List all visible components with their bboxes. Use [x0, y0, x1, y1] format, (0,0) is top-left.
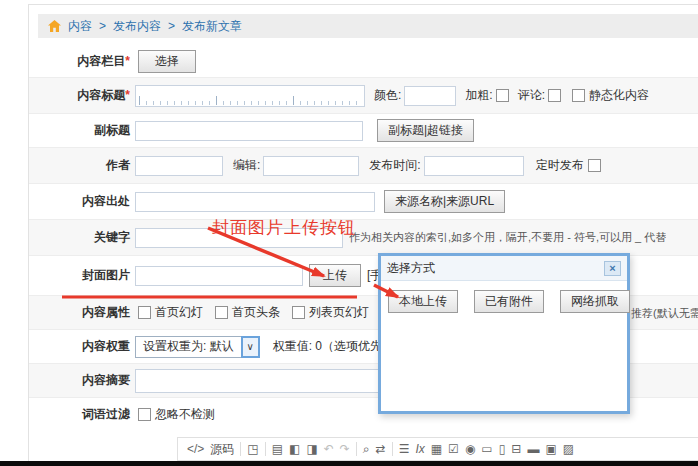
- existing-attachment-button[interactable]: 已有附件: [474, 290, 544, 313]
- attr-home-headline-label: 首页头条: [232, 304, 280, 321]
- editor-input[interactable]: [263, 156, 359, 176]
- breadcrumb-separator: >: [168, 19, 175, 33]
- publish-time-label: 发布时间:: [369, 157, 420, 174]
- form-icon[interactable]: ▦: [431, 443, 442, 455]
- toolbar-separator: [356, 442, 357, 456]
- title-input[interactable]: [135, 85, 365, 107]
- source-name-url-button[interactable]: 来源名称|来源URL: [384, 190, 505, 213]
- breadcrumb-separator: >: [99, 19, 106, 33]
- home-icon[interactable]: [48, 20, 61, 32]
- dialog-body: 本地上传 已有附件 网络抓取: [381, 281, 627, 322]
- content-summary-label: 内容摘要: [29, 372, 130, 389]
- row-author: 作者 编辑: 发布时间: 定时发布: [29, 148, 698, 184]
- editor-toolbar: </> 源码 ◳ ▤ ◧ ◨ ↶ ↷ ⌕ ⇄ ☰ Ix ▦ ☑ ◉ ▭ ▯ ⊟ …: [177, 437, 698, 461]
- word-filter-label: 词语过滤: [29, 406, 130, 423]
- title-bold-label: 加粗:: [465, 87, 492, 104]
- toolbar-separator: [392, 442, 393, 456]
- new-page-icon[interactable]: ▤: [272, 443, 283, 455]
- author-label: 作者: [29, 157, 130, 174]
- scheduled-publish-label: 定时发布: [536, 157, 584, 174]
- redo-icon[interactable]: ↷: [340, 443, 350, 455]
- paste-text-icon[interactable]: ◧: [289, 443, 300, 455]
- image-button-icon[interactable]: ▣: [545, 443, 556, 455]
- textarea-icon[interactable]: ▯: [499, 443, 506, 455]
- attr-home-slide-label: 首页幻灯: [155, 304, 203, 321]
- breadcrumb: 内容 > 发布内容 > 发布新文章: [38, 14, 698, 38]
- weight-select-value: 设置权重为: 默认: [135, 336, 242, 358]
- ignore-check-label: 忽略不检测: [155, 406, 215, 423]
- toolbar-separator: [265, 442, 266, 456]
- replace-icon[interactable]: ⇄: [376, 443, 386, 455]
- cover-image-input[interactable]: [135, 266, 303, 286]
- breadcrumb-item-publish[interactable]: 发布内容: [113, 18, 161, 35]
- remove-format-icon[interactable]: Ix: [415, 443, 424, 455]
- cover-image-label: 封面图片: [29, 267, 130, 284]
- preview-icon[interactable]: ◳: [247, 443, 258, 455]
- button-icon[interactable]: ▬: [527, 443, 539, 455]
- attr-list-slide-checkbox[interactable]: [292, 306, 305, 319]
- keywords-hint: 作为相关内容的索引,如多个用，隔开,不要用 - 符号,可以用 _ 代替: [349, 230, 666, 245]
- checkbox-icon[interactable]: ☑: [448, 443, 459, 455]
- content-summary-input[interactable]: [135, 369, 379, 393]
- row-keywords: 关键字 作为相关内容的索引,如多个用，隔开,不要用 - 符号,可以用 _ 代替: [29, 220, 698, 256]
- content-column-label: 内容栏目: [77, 54, 125, 68]
- find-icon[interactable]: ⌕: [363, 443, 370, 455]
- static-content-checkbox[interactable]: [572, 89, 585, 102]
- column-select-button[interactable]: 选择: [138, 50, 196, 73]
- source-button-label[interactable]: 源码: [210, 441, 234, 458]
- source-icon[interactable]: </>: [187, 443, 204, 455]
- select-field-icon[interactable]: ⊟: [511, 443, 521, 455]
- undo-icon[interactable]: ↶: [324, 443, 334, 455]
- publish-time-input[interactable]: [424, 156, 524, 176]
- bottom-black-bar: [0, 461, 698, 466]
- attr-home-headline-checkbox[interactable]: [215, 306, 228, 319]
- title-comment-checkbox[interactable]: [548, 89, 561, 102]
- radio-icon[interactable]: ◉: [465, 443, 475, 455]
- local-upload-button[interactable]: 本地上传: [388, 290, 458, 313]
- scheduled-publish-checkbox[interactable]: [588, 159, 601, 172]
- attr-list-slide-label: 列表页幻灯: [309, 304, 369, 321]
- breadcrumb-item-content[interactable]: 内容: [68, 18, 92, 35]
- title-bold-checkbox[interactable]: [496, 89, 509, 102]
- dialog-header: 选择方式 ×: [381, 256, 627, 281]
- hidden-field-icon[interactable]: ▨: [563, 443, 574, 455]
- content-source-input[interactable]: [135, 192, 375, 212]
- attr-home-slide-checkbox[interactable]: [138, 306, 151, 319]
- content-attributes-label: 内容属性: [29, 304, 130, 321]
- static-content-label: 静态化内容: [589, 87, 649, 104]
- title-length-ruler: [139, 96, 361, 105]
- ignore-check-checkbox[interactable]: [138, 408, 151, 421]
- content-title-label: 内容标题: [77, 88, 125, 102]
- selection-method-dialog: 选择方式 × 本地上传 已有附件 网络抓取: [378, 253, 630, 414]
- required-mark: *: [125, 54, 130, 68]
- content-source-label: 内容出处: [29, 193, 130, 210]
- web-fetch-button[interactable]: 网络抓取: [560, 290, 630, 313]
- content-weight-label: 内容权重: [29, 338, 130, 355]
- weight-value-text: 权重值: 0（选项优先）: [273, 338, 394, 355]
- close-icon[interactable]: ×: [604, 261, 621, 276]
- title-color-label: 颜色:: [374, 87, 401, 104]
- panel-top-border: [28, 4, 698, 5]
- cover-upload-button[interactable]: 上传: [309, 264, 361, 287]
- breadcrumb-item-new-article: 发布新文章: [182, 18, 242, 35]
- row-subtitle: 副标题 副标题|超链接: [29, 114, 698, 148]
- weight-select[interactable]: 设置权重为: 默认 ∨: [135, 336, 260, 358]
- editor-label: 编辑:: [233, 157, 260, 174]
- row-content-column: 内容栏目* 选择: [29, 46, 698, 78]
- attributes-hint-fragment: 推荐(默认无需设: [631, 306, 698, 321]
- keywords-input[interactable]: [135, 228, 343, 248]
- required-mark: *: [125, 88, 130, 102]
- text-field-icon[interactable]: ▭: [481, 443, 492, 455]
- subtitle-label: 副标题: [29, 122, 130, 139]
- subtitle-input[interactable]: [135, 121, 363, 141]
- author-input[interactable]: [135, 156, 223, 176]
- subtitle-hyperlink-button[interactable]: 副标题|超链接: [377, 119, 474, 142]
- paste-word-icon[interactable]: ◨: [306, 443, 317, 455]
- title-comment-label: 评论:: [518, 87, 545, 104]
- toolbar-separator: [240, 442, 241, 456]
- select-all-icon[interactable]: ☰: [399, 443, 410, 455]
- chevron-down-icon[interactable]: ∨: [241, 336, 260, 358]
- row-content-source: 内容出处 来源名称|来源URL: [29, 184, 698, 220]
- title-color-input[interactable]: [404, 86, 456, 106]
- keywords-label: 关键字: [29, 229, 130, 246]
